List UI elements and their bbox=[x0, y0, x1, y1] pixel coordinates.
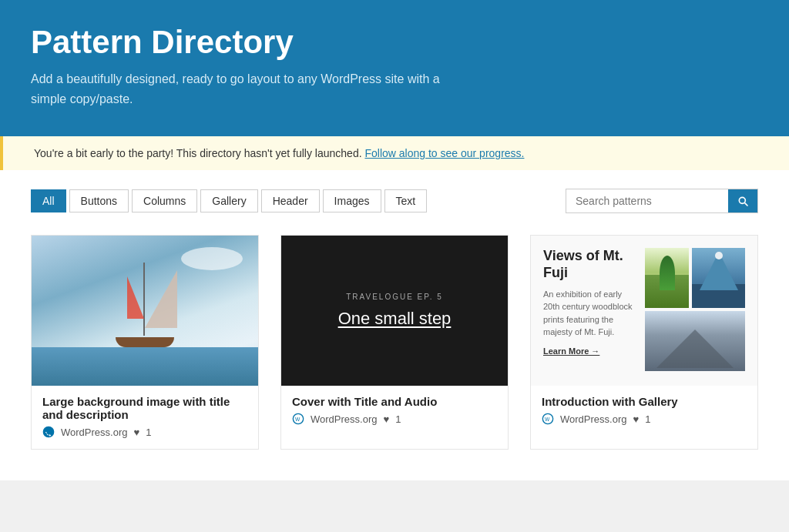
gallery-images bbox=[645, 248, 745, 373]
svg-text:W: W bbox=[295, 417, 300, 422]
filter-columns[interactable]: Columns bbox=[132, 189, 197, 212]
wp-logo-icon-cover: W bbox=[292, 413, 304, 425]
filter-bar: All Buttons Columns Gallery Header Image… bbox=[31, 186, 758, 213]
card-title-gallery: Introduction with Gallery bbox=[542, 395, 747, 408]
card-likes-sail: 1 bbox=[146, 427, 151, 438]
card-preview-cover: TRAVELOGUE EP. 5 One small step bbox=[281, 236, 508, 386]
card-info-sail: Large background image with title and de… bbox=[32, 386, 258, 449]
card-meta-cover: W WordPress.org ♥ 1 bbox=[292, 413, 497, 425]
filter-buttons[interactable]: Buttons bbox=[69, 189, 129, 212]
svg-text:W: W bbox=[545, 417, 550, 422]
wp-logo-icon-gallery: W bbox=[542, 413, 554, 425]
cards-grid: Large background image with title and de… bbox=[31, 235, 758, 450]
wp-logo-icon-sail bbox=[42, 426, 55, 438]
notice-bar: You're a bit early to the party! This di… bbox=[0, 136, 789, 170]
gallery-img-mist bbox=[645, 311, 745, 371]
cover-episode: TRAVELOGUE EP. 5 bbox=[346, 293, 443, 301]
card-cover[interactable]: TRAVELOGUE EP. 5 One small step Cover wi… bbox=[280, 235, 509, 450]
card-preview-gallery: Views of Mt. Fuji An exhibition of early… bbox=[531, 236, 757, 386]
page-title: Pattern Directory bbox=[31, 25, 758, 60]
gallery-text: Views of Mt. Fuji An exhibition of early… bbox=[543, 248, 636, 373]
card-source-sail: WordPress.org bbox=[61, 427, 127, 438]
heart-icon-gallery: ♥ bbox=[633, 413, 639, 425]
filter-gallery[interactable]: Gallery bbox=[200, 189, 257, 212]
water-decoration bbox=[32, 347, 258, 386]
boat-group bbox=[114, 263, 176, 347]
notice-text: You're a bit early to the party! This di… bbox=[34, 147, 362, 159]
card-title-cover: Cover with Title and Audio bbox=[292, 395, 497, 408]
card-info-cover: Cover with Title and Audio W WordPress.o… bbox=[281, 386, 508, 436]
heart-icon-sail: ♥ bbox=[133, 427, 139, 438]
card-source-gallery: WordPress.org bbox=[560, 413, 626, 425]
heart-icon-cover: ♥ bbox=[383, 413, 389, 425]
main-content: All Buttons Columns Gallery Header Image… bbox=[0, 170, 789, 480]
card-info-gallery: Introduction with Gallery W WordPress.or… bbox=[531, 386, 757, 436]
gallery-desc: An exhibition of early 20th century wood… bbox=[543, 288, 636, 339]
card-meta-gallery: W WordPress.org ♥ 1 bbox=[542, 413, 747, 425]
gallery-heading: Views of Mt. Fuji bbox=[543, 248, 636, 281]
gallery-link[interactable]: Learn More → bbox=[543, 346, 636, 356]
card-title-sail: Large background image with title and de… bbox=[42, 395, 247, 421]
search-container bbox=[566, 189, 758, 213]
card-likes-cover: 1 bbox=[395, 413, 401, 425]
search-icon bbox=[737, 195, 749, 207]
filter-tags: All Buttons Columns Gallery Header Image… bbox=[31, 189, 566, 212]
cover-title: One small step bbox=[338, 309, 452, 329]
card-likes-gallery: 1 bbox=[645, 413, 650, 425]
gallery-img-top bbox=[645, 248, 745, 308]
search-button[interactable] bbox=[728, 189, 757, 212]
clouds-decoration bbox=[181, 247, 243, 270]
filter-header[interactable]: Header bbox=[261, 189, 320, 212]
gallery-img-tree bbox=[645, 248, 689, 308]
page-header: Pattern Directory Add a beautifully desi… bbox=[0, 0, 789, 136]
card-preview-sail bbox=[32, 236, 258, 386]
filter-images[interactable]: Images bbox=[323, 189, 381, 212]
filter-all[interactable]: All bbox=[31, 189, 66, 212]
card-gallery[interactable]: Views of Mt. Fuji An exhibition of early… bbox=[530, 235, 758, 450]
notice-link[interactable]: Follow along to see our progress. bbox=[364, 147, 524, 159]
card-meta-sail: WordPress.org ♥ 1 bbox=[42, 426, 247, 438]
card-source-cover: WordPress.org bbox=[311, 413, 377, 425]
search-input[interactable] bbox=[566, 189, 728, 212]
page-subtitle: Add a beautifully designed, ready to go … bbox=[31, 69, 478, 109]
gallery-img-mountain bbox=[692, 248, 745, 308]
filter-text[interactable]: Text bbox=[384, 189, 428, 212]
card-sail[interactable]: Large background image with title and de… bbox=[31, 235, 259, 450]
